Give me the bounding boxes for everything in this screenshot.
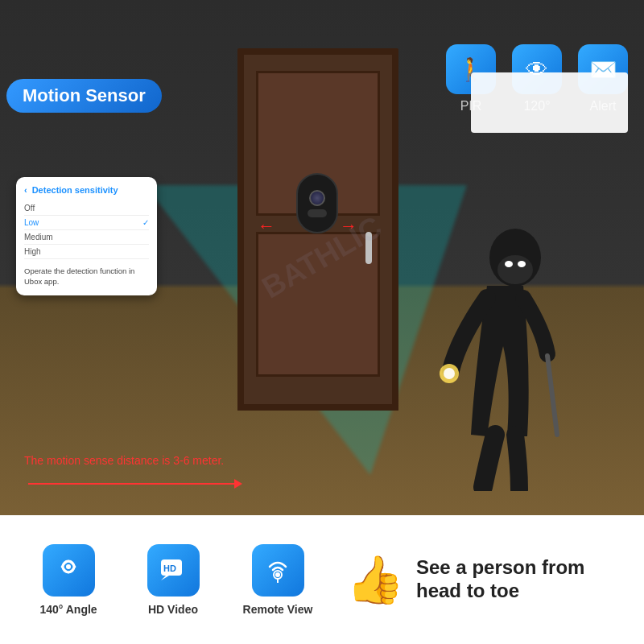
motion-sensor-badge: Motion Sensor (6, 79, 162, 113)
angle140-label: 140° Angle (39, 603, 97, 616)
svg-point-2 (505, 261, 513, 267)
see-person-section: 👍 See a person from head to toe (346, 552, 628, 607)
svg-point-1 (497, 255, 533, 284)
remote-label: Remote View (243, 603, 313, 616)
distance-label: The motion sense distance is 3-6 meter. (24, 454, 224, 467)
remote-icon-box (252, 544, 304, 597)
doorbell-lens (309, 190, 325, 206)
app-title: Detection sensitivity (32, 185, 118, 195)
svg-line-6 (547, 356, 557, 435)
door-handle (365, 232, 372, 264)
svg-text:HD: HD (163, 564, 176, 573)
angle140-icon-box (43, 544, 95, 597)
bottom-section: 140° Angle HD HD Video Remote Vi (0, 515, 644, 644)
app-menu-high: High (24, 245, 149, 259)
doorbell-device (296, 173, 338, 233)
distance-arrow (28, 483, 237, 485)
arrow-left-icon: ← (258, 216, 275, 237)
svg-point-3 (518, 261, 526, 267)
doorbell-button (308, 209, 327, 217)
app-menu-low: Low ✓ (24, 216, 149, 230)
top-section: ← → Motion Sensor 🚶 PIR 👁 120° ✉️ Alert … (0, 0, 644, 515)
bottom-feature-hd: HD HD Video (121, 544, 225, 616)
app-menu-medium: Medium (24, 230, 149, 245)
app-description: Operate the detection function in Ubox a… (24, 266, 149, 287)
arrow-right-icon: → (340, 216, 357, 237)
svg-point-12 (275, 572, 280, 577)
app-screenshot: ‹ Detection sensitivity Off Low ✓ Medium… (16, 177, 157, 295)
bottom-feature-angle: 140° Angle (16, 544, 121, 616)
thumbs-up-icon: 👍 (346, 552, 404, 607)
svg-point-8 (66, 564, 71, 569)
svg-point-5 (444, 368, 455, 379)
white-rect-overlay (471, 72, 628, 133)
hdvideo-label: HD Video (148, 603, 198, 616)
see-person-text: See a person from head to toe (416, 556, 628, 603)
bottom-feature-remote: Remote View (225, 544, 330, 616)
app-header: ‹ Detection sensitivity (24, 185, 149, 195)
app-back-icon: ‹ (24, 185, 27, 195)
hdvideo-icon-box: HD (147, 544, 200, 597)
app-menu-off: Off (24, 201, 149, 216)
door-panel-bottom (256, 232, 380, 377)
svg-marker-10 (161, 576, 169, 580)
intruder-figure (427, 209, 580, 491)
